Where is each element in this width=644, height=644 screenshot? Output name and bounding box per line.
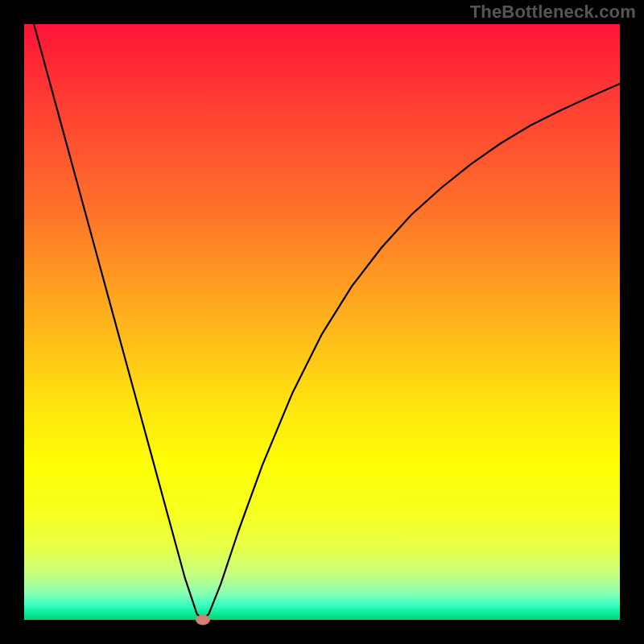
curve-path (24, 24, 620, 620)
bottleneck-curve (24, 24, 620, 620)
optimal-point-marker (196, 615, 210, 625)
plot-area (24, 24, 620, 620)
watermark-text: TheBottleneck.com (470, 2, 636, 23)
chart-frame: TheBottleneck.com (0, 0, 644, 644)
